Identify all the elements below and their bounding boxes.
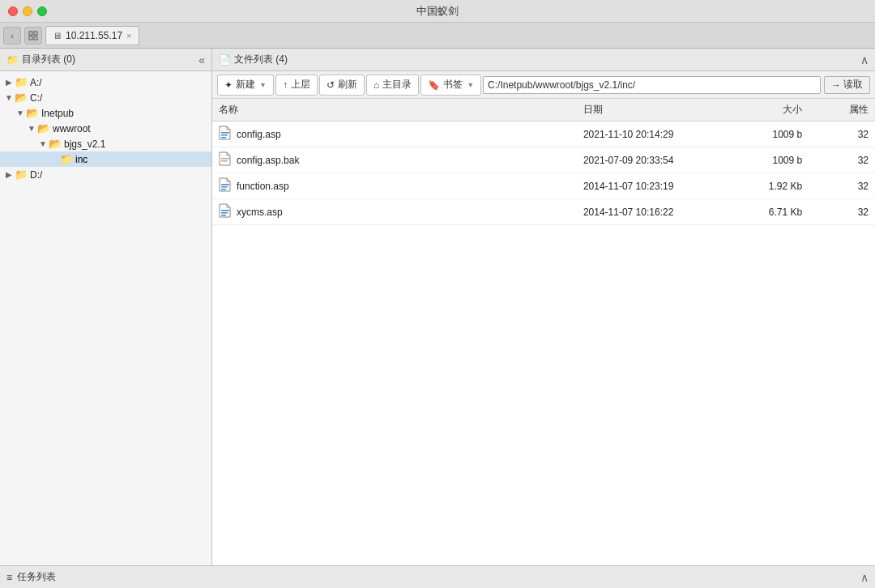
svg-rect-3 bbox=[34, 36, 37, 40]
svg-rect-1 bbox=[34, 32, 37, 35]
file-name-cell-2: function.asp bbox=[212, 173, 577, 199]
folder-icon-inc: 📁 bbox=[60, 153, 73, 165]
tab-server[interactable]: 🖥 10.211.55.17 × bbox=[45, 26, 139, 45]
refresh-label: 刷新 bbox=[338, 78, 357, 92]
tree-toggle-a[interactable]: ▶ bbox=[3, 78, 15, 87]
file-table: 名称 日期 大小 属性 config.asp2021-11-10 20:14:2… bbox=[212, 99, 875, 565]
task-list-icon: ≡ bbox=[6, 572, 12, 583]
folder-icon: 📁 bbox=[6, 54, 19, 66]
bottom-panel-collapse-button[interactable]: ∧ bbox=[860, 571, 869, 584]
folder-open-icon-c: 📂 bbox=[15, 92, 28, 104]
svg-rect-10 bbox=[221, 186, 228, 188]
directory-tree: ▶ 📁 A:/ ▼ 📂 C:/ ▼ 📂 Inetpub ▼ bbox=[0, 71, 211, 565]
svg-rect-7 bbox=[221, 158, 229, 160]
right-panel: 📄 文件列表 (4) ∧ ✦ 新建 ▼ ↑ 上层 ↺ 刷新 ⌂ 主目录 bbox=[212, 49, 875, 565]
new-icon: ✦ bbox=[224, 79, 233, 91]
table-row[interactable]: config.asp.bak2021-07-09 20:33:541009 b3… bbox=[212, 147, 875, 173]
svg-rect-11 bbox=[221, 189, 226, 190]
svg-rect-0 bbox=[29, 32, 32, 35]
new-button[interactable]: ✦ 新建 ▼ bbox=[217, 75, 274, 96]
new-dropdown-icon[interactable]: ▼ bbox=[259, 81, 267, 89]
tree-toggle-wwwroot[interactable]: ▼ bbox=[26, 124, 37, 133]
traffic-lights bbox=[8, 6, 47, 16]
file-date: 2014-11-07 10:16:22 bbox=[577, 199, 743, 225]
col-header-date: 日期 bbox=[577, 99, 743, 121]
file-attr: 32 bbox=[809, 199, 875, 225]
tree-label-inc: inc bbox=[75, 154, 88, 165]
svg-rect-8 bbox=[221, 160, 228, 162]
home-button[interactable]: ⌂ 主目录 bbox=[366, 75, 419, 96]
svg-rect-5 bbox=[221, 134, 228, 136]
tree-toggle-inetpub[interactable]: ▼ bbox=[15, 109, 26, 117]
table-row[interactable]: config.asp2021-11-10 20:14:291009 b32 bbox=[212, 121, 875, 147]
maximize-button[interactable] bbox=[37, 6, 47, 16]
file-type-icon bbox=[219, 151, 232, 168]
nav-grid-button[interactable] bbox=[24, 27, 42, 45]
bookmark-button[interactable]: 🔖 书签 ▼ bbox=[420, 75, 481, 96]
path-bar: → 读取 bbox=[483, 76, 870, 94]
svg-rect-9 bbox=[221, 184, 229, 185]
right-panel-collapse-button[interactable]: ∧ bbox=[860, 53, 869, 66]
tree-label-wwwroot: wwwroot bbox=[53, 123, 91, 134]
file-attr: 32 bbox=[809, 147, 875, 173]
tree-toggle-d[interactable]: ▶ bbox=[3, 170, 15, 179]
folder-open-icon-wwwroot: 📂 bbox=[37, 122, 50, 134]
up-icon: ↑ bbox=[283, 79, 288, 91]
up-button[interactable]: ↑ 上层 bbox=[275, 75, 318, 96]
refresh-icon: ↺ bbox=[327, 79, 335, 91]
svg-rect-12 bbox=[221, 210, 229, 211]
svg-rect-14 bbox=[221, 215, 226, 216]
tree-toggle-c[interactable]: ▼ bbox=[3, 93, 15, 102]
tree-label-bjgs: bjgs_v2.1 bbox=[64, 138, 105, 150]
file-toolbar: ✦ 新建 ▼ ↑ 上层 ↺ 刷新 ⌂ 主目录 🔖 书签 ▼ bbox=[212, 71, 875, 99]
path-input[interactable] bbox=[483, 76, 821, 94]
tree-item-bjgs[interactable]: ▼ 📂 bjgs_v2.1 bbox=[0, 136, 211, 151]
home-label: 主目录 bbox=[382, 78, 412, 92]
tree-item-d[interactable]: ▶ 📁 D:/ bbox=[0, 167, 211, 182]
tree-item-wwwroot[interactable]: ▼ 📂 wwwroot bbox=[0, 121, 211, 136]
tree-item-c[interactable]: ▼ 📂 C:/ bbox=[0, 90, 211, 105]
table-row[interactable]: xycms.asp2014-11-07 10:16:226.71 Kb32 bbox=[212, 199, 875, 225]
col-header-attr: 属性 bbox=[809, 99, 875, 121]
refresh-button[interactable]: ↺ 刷新 bbox=[319, 75, 365, 96]
tab-close-button[interactable]: × bbox=[126, 31, 131, 40]
file-name: xycms.asp bbox=[237, 207, 283, 218]
file-list-icon: 📄 bbox=[219, 54, 231, 66]
table-row[interactable]: function.asp2014-11-07 10:23:191.92 Kb32 bbox=[212, 173, 875, 199]
go-button[interactable]: → 读取 bbox=[824, 76, 870, 94]
file-name: config.asp bbox=[237, 129, 281, 140]
tree-item-inetpub[interactable]: ▼ 📂 Inetpub bbox=[0, 105, 211, 121]
tree-label-inetpub: Inetpub bbox=[41, 108, 74, 119]
tree-toggle-bjgs[interactable]: ▼ bbox=[37, 139, 49, 148]
file-date: 2021-11-10 20:14:29 bbox=[577, 121, 743, 147]
minimize-button[interactable] bbox=[23, 6, 32, 16]
bookmark-dropdown-icon[interactable]: ▼ bbox=[467, 81, 474, 89]
file-type-icon bbox=[219, 126, 232, 143]
tree-item-inc[interactable]: ▶ 📁 inc bbox=[0, 151, 211, 167]
file-size: 1009 b bbox=[742, 121, 809, 147]
main-content: 📁 目录列表 (0) « ▶ 📁 A:/ ▼ 📂 C:/ bbox=[0, 49, 875, 565]
tabbar: ‹ 🖥 10.211.55.17 × bbox=[0, 23, 875, 49]
server-icon: 🖥 bbox=[53, 31, 62, 40]
close-button[interactable] bbox=[8, 6, 18, 16]
col-header-size: 大小 bbox=[742, 99, 809, 121]
up-label: 上层 bbox=[291, 78, 310, 92]
file-name: config.asp.bak bbox=[237, 155, 299, 166]
file-size: 6.71 Kb bbox=[742, 199, 809, 225]
nav-back-button[interactable]: ‹ bbox=[3, 27, 21, 45]
tree-item-a[interactable]: ▶ 📁 A:/ bbox=[0, 75, 211, 90]
home-icon: ⌂ bbox=[373, 79, 379, 91]
folder-open-icon-inetpub: 📂 bbox=[26, 107, 39, 119]
bottom-panel: ≡ 任务列表 ∧ bbox=[0, 565, 875, 588]
left-panel-collapse-button[interactable]: « bbox=[198, 53, 205, 66]
go-label: 读取 bbox=[843, 78, 863, 92]
tree-toggle-inc[interactable]: ▶ bbox=[49, 155, 60, 164]
task-list-area: ≡ 任务列表 bbox=[6, 570, 56, 584]
new-label: 新建 bbox=[236, 78, 255, 92]
file-attr: 32 bbox=[809, 173, 875, 199]
file-attr: 32 bbox=[809, 121, 875, 147]
file-date: 2021-07-09 20:33:54 bbox=[577, 147, 743, 173]
left-panel: 📁 目录列表 (0) « ▶ 📁 A:/ ▼ 📂 C:/ bbox=[0, 49, 212, 565]
file-name-cell-1: config.asp.bak bbox=[212, 147, 577, 173]
right-panel-title-area: 📄 文件列表 (4) bbox=[219, 53, 288, 66]
